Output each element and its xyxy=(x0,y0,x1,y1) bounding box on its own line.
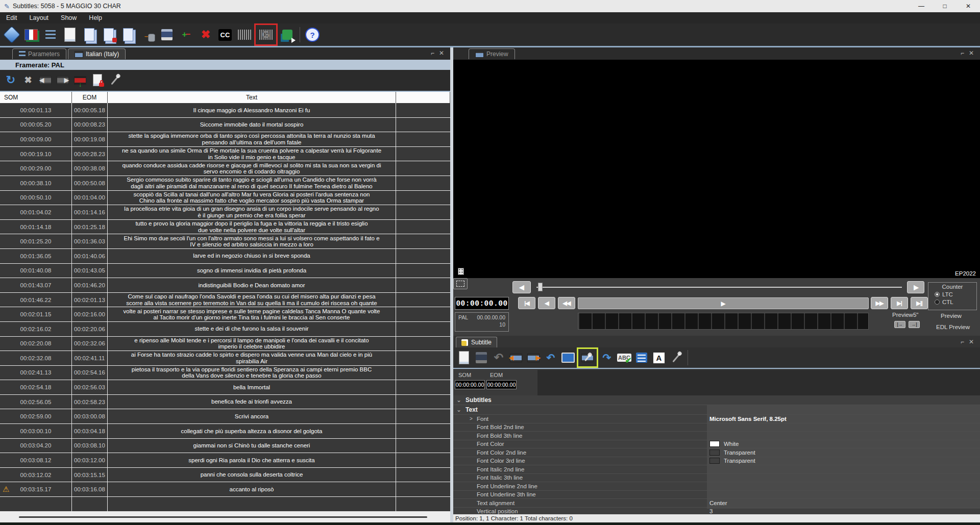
extra-cell[interactable] xyxy=(396,191,450,205)
property-row[interactable]: Font Italic 2nd line xyxy=(453,465,980,474)
property-value[interactable]: Transparent xyxy=(724,449,755,456)
som-cell[interactable]: ⚠ 00:02:16.02 xyxy=(0,322,72,336)
column-header-eom[interactable]: EOM xyxy=(72,92,108,103)
som-cell[interactable]: ⚠ 00:02:01.15 xyxy=(0,307,72,321)
extra-cell[interactable] xyxy=(396,439,450,453)
som-cell[interactable]: ⚠ 00:02:59.00 xyxy=(0,409,72,423)
close-panel-icon[interactable]: ✕ xyxy=(969,338,974,345)
som-cell[interactable]: ⚠ 00:00:05.20 xyxy=(0,118,72,132)
som-cell[interactable]: ⚠ 00:03:04.20 xyxy=(0,439,72,453)
som-cell[interactable]: ⚠ xyxy=(0,497,72,511)
extra-cell[interactable] xyxy=(396,132,450,146)
table-row[interactable]: ⚠ 00:03:04.20 00:03:08.10 giammai non si… xyxy=(0,439,450,454)
extra-cell[interactable] xyxy=(396,337,450,351)
undo-icon[interactable]: ↶ xyxy=(491,349,507,366)
previous-subtitle-icon[interactable]: ◀ xyxy=(37,72,54,88)
chevron-down-icon[interactable]: ⌄ xyxy=(456,396,461,404)
tab-preview[interactable]: Preview xyxy=(469,48,515,59)
extra-cell[interactable] xyxy=(396,409,450,423)
minimize-button[interactable]: — xyxy=(910,0,933,12)
som-cell[interactable]: ⚠ 00:01:43.07 xyxy=(0,278,72,292)
som-cell[interactable]: ⚠ 00:03:15.17 xyxy=(0,482,72,496)
som-cell[interactable]: ⚠ 00:02:41.13 xyxy=(0,366,72,380)
revert-icon[interactable]: ↶ xyxy=(543,349,559,366)
extra-cell[interactable] xyxy=(396,351,450,365)
som-cell[interactable]: ⚠ 00:00:09.00 xyxy=(0,132,72,146)
som-cell[interactable]: ⚠ 00:00:19.10 xyxy=(0,147,72,161)
eom-cell[interactable]: 00:01:25.18 xyxy=(72,220,108,234)
text-cell[interactable]: indistinguibili Bodio e Dean domato amor xyxy=(108,278,396,292)
som-cell[interactable]: ⚠ 00:01:40.08 xyxy=(0,264,72,278)
extra-cell[interactable] xyxy=(396,118,450,132)
som-cell[interactable]: ⚠ 00:01:14.18 xyxy=(0,220,72,234)
table-row[interactable]: ⚠ 00:02:20.08 00:02:32.06 e ripenso alle… xyxy=(0,337,450,352)
table-row[interactable]: ⚠ 00:01:04.02 00:01:14.16 la procellosa … xyxy=(0,205,450,220)
text-cell[interactable]: tutto e provo la gloria maggior dopo il … xyxy=(108,220,396,234)
previous-clip-icon[interactable]: ◀ xyxy=(508,349,524,366)
eom-cell[interactable]: 00:02:56.03 xyxy=(72,380,108,394)
edit-on-video-icon[interactable] xyxy=(579,349,596,366)
table-row[interactable]: ⚠ 00:02:59.00 00:03:00.08 Scrivi ancora xyxy=(0,409,450,424)
play-icon[interactable]: ▶ xyxy=(721,300,725,307)
extra-cell[interactable] xyxy=(396,234,450,248)
property-group-subtitles[interactable]: ⌄ Subtitles xyxy=(453,395,980,405)
extra-cell[interactable] xyxy=(396,482,450,496)
rewind-button[interactable]: ◀◀ xyxy=(558,297,575,309)
table-row[interactable]: ⚠ 00:02:32.08 00:02:41.11 ai Forse ha ta… xyxy=(0,351,450,366)
refresh-subtitle-icon[interactable]: ↷ xyxy=(599,349,615,366)
property-row[interactable]: Font Bold 2nd line xyxy=(453,423,980,432)
fast-forward-button[interactable]: ▶▶ xyxy=(871,297,888,309)
table-row[interactable]: ⚠ 00:00:09.00 00:00:19.08 stette la spog… xyxy=(0,132,450,147)
eom-cell[interactable]: 00:01:14.16 xyxy=(72,205,108,219)
eom-cell[interactable]: 00:03:00.08 xyxy=(72,409,108,423)
property-row[interactable]: Font Bold 3th line xyxy=(453,432,980,440)
table-row[interactable]: ⚠ 00:01:43.07 00:01:46.20 indistinguibil… xyxy=(0,278,450,293)
export-database-icon[interactable]: → xyxy=(138,26,157,44)
column-header-text[interactable]: Text xyxy=(108,92,396,103)
shuttle-bar[interactable]: ▶ xyxy=(578,297,869,309)
text-cell[interactable]: benefica fede ai trionfi avvezza xyxy=(108,395,396,409)
eom-cell[interactable]: 00:00:28.23 xyxy=(72,147,108,161)
som-cell[interactable]: ⚠ 00:03:00.10 xyxy=(0,424,72,438)
next-clip-icon[interactable]: ▶ xyxy=(525,349,542,366)
seek-slider-track[interactable] xyxy=(536,287,902,288)
table-row[interactable]: ⚠ 00:03:08.12 00:03:12.00 sperdi ogni Ri… xyxy=(0,453,450,468)
next-marker-button[interactable]: ▶| xyxy=(891,297,908,309)
eom-cell[interactable]: 00:00:38.08 xyxy=(72,161,108,176)
locked-file-icon[interactable] xyxy=(89,72,106,88)
menu-item[interactable]: Show xyxy=(55,14,83,21)
chevron-down-icon[interactable]: ⌄ xyxy=(456,406,461,413)
property-row[interactable]: > Font Microsoft Sans Serif, 8.25pt xyxy=(453,415,980,423)
table-row[interactable]: ⚠ 00:00:50.10 00:01:04.00 scoppiò da Sci… xyxy=(0,191,450,206)
table-row[interactable]: ⚠ 00:00:01.13 00:00:05.18 Il cinque magg… xyxy=(0,103,450,118)
close-panel-icon[interactable]: ✕ xyxy=(969,49,974,57)
table-row[interactable]: ⚠ 00:01:46.22 00:02:01.13 Come sul capo … xyxy=(0,293,450,308)
text-cell[interactable]: quando conduce assidua cadde risorse e g… xyxy=(108,161,396,176)
counter-mode-radio[interactable]: LTC xyxy=(935,291,976,297)
network-export-icon[interactable] xyxy=(278,26,297,44)
som-cell[interactable]: ⚠ 00:02:56.05 xyxy=(0,395,72,409)
menu-item[interactable]: Edit xyxy=(0,14,23,21)
property-row[interactable]: Font Underline 2nd line xyxy=(453,482,980,491)
copy-subtitles-icon[interactable] xyxy=(80,26,99,44)
extra-cell[interactable] xyxy=(396,103,450,117)
property-group-text[interactable]: ⌄ Text xyxy=(453,405,980,415)
eom-cell[interactable]: 00:02:41.11 xyxy=(72,351,108,365)
eom-cell[interactable]: 00:00:50.08 xyxy=(72,176,108,190)
property-value[interactable]: 3 xyxy=(709,508,713,514)
eom-cell[interactable]: 00:02:32.06 xyxy=(72,337,108,351)
cut-icon[interactable]: ✖ xyxy=(20,72,36,88)
new-project-icon[interactable] xyxy=(3,26,21,44)
property-value[interactable]: Transparent xyxy=(724,458,755,464)
som-input[interactable] xyxy=(455,380,485,389)
text-cell[interactable]: panni che consola sulla deserta coltrice xyxy=(108,468,396,482)
menu-item[interactable]: Help xyxy=(83,14,108,21)
eom-cell[interactable]: 00:03:16.08 xyxy=(72,482,108,496)
table-row[interactable]: ⚠ 00:02:41.13 00:02:54.16 pietosa il tra… xyxy=(0,366,450,381)
text-cell[interactable]: e ripenso alle Mobil tende e i percorsi … xyxy=(108,337,396,351)
save-icon[interactable] xyxy=(158,26,176,44)
text-cell[interactable]: sogno di immensi invidia di pietà profon… xyxy=(108,264,396,278)
save-subtitle-icon[interactable] xyxy=(473,349,489,366)
extra-cell[interactable] xyxy=(396,307,450,321)
property-row[interactable]: Font Color White xyxy=(453,440,980,449)
